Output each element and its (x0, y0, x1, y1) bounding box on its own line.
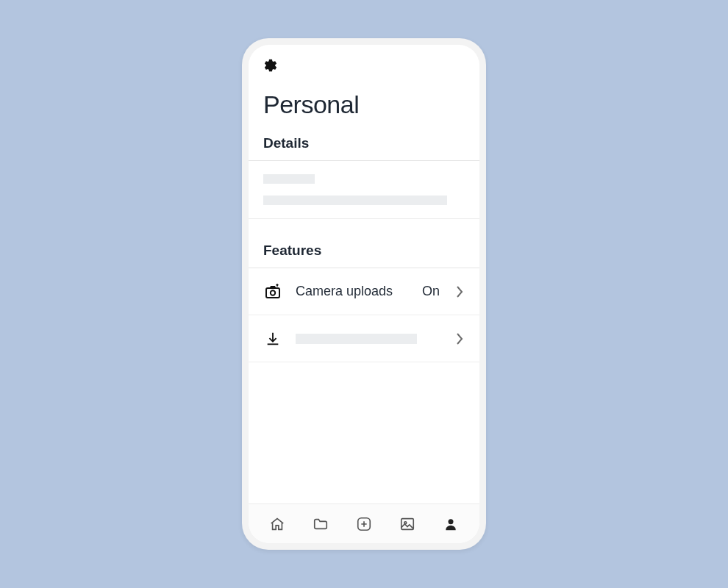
svg-point-1 (271, 290, 275, 295)
screen: Personal Details Features Camera uplo (249, 45, 479, 543)
gear-icon[interactable] (263, 58, 465, 73)
phone-frame: Personal Details Features Camera uplo (242, 38, 486, 550)
svg-point-5 (448, 519, 453, 524)
home-tab[interactable] (268, 514, 287, 534)
content-area: Personal Details Features Camera uplo (249, 45, 479, 503)
details-heading: Details (249, 128, 479, 161)
chevron-right-icon (456, 285, 465, 298)
camera-uploads-label: Camera uploads (296, 284, 409, 299)
photos-tab[interactable] (398, 514, 417, 534)
section-gap (249, 219, 479, 235)
skeleton-line (263, 174, 315, 184)
folder-tab[interactable] (311, 514, 330, 534)
download-icon (263, 331, 282, 347)
tab-bar (249, 503, 479, 543)
chevron-right-icon (456, 332, 465, 345)
skeleton-label (296, 334, 443, 344)
top-bar (249, 45, 479, 73)
details-placeholder (249, 161, 479, 219)
camera-uploads-value: On (422, 284, 440, 299)
features-heading: Features (249, 235, 479, 268)
page-title: Personal (249, 73, 479, 128)
svg-rect-0 (266, 288, 279, 298)
camera-upload-icon (263, 283, 282, 301)
download-row[interactable] (249, 315, 479, 362)
account-tab[interactable] (441, 514, 460, 534)
add-tab[interactable] (354, 514, 374, 534)
camera-uploads-row[interactable]: Camera uploads On (249, 268, 479, 315)
svg-rect-3 (402, 518, 414, 529)
skeleton-line (263, 196, 447, 205)
